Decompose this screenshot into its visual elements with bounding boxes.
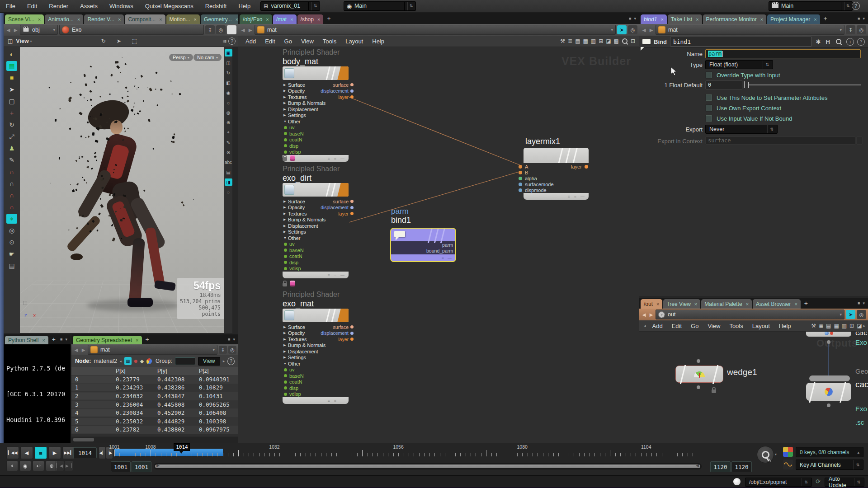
out-canvas[interactable]: Outputs cac Exo Geo cac Exo .sc wedge1 <box>639 331 868 443</box>
layermix-output-layer[interactable]: layer <box>571 164 588 169</box>
out-menu-edit[interactable]: Edit <box>667 323 686 329</box>
shader-section-row[interactable]: ▶Opacitydisplacement <box>283 330 349 337</box>
shader-section-row[interactable]: ▶Surfacesurface <box>283 324 349 330</box>
menu-redshift[interactable]: Redshift <box>199 0 233 12</box>
desktop-selector[interactable]: ⊞ varomix_01 <box>260 1 314 11</box>
pose-icon[interactable]: ♟ <box>6 143 17 153</box>
tab-render-view[interactable]: Render V...× <box>84 14 124 24</box>
playback-end-field[interactable]: 1120 <box>710 461 731 472</box>
view-shade-icon[interactable]: ◧ <box>225 79 232 86</box>
view-add-icon[interactable]: ⊕ <box>225 119 232 126</box>
hand-icon[interactable]: ☛ <box>6 249 17 259</box>
view-refresh-icon[interactable]: ↻ <box>225 69 232 76</box>
shader-section-row[interactable]: ▶Textureslayer <box>283 336 349 343</box>
spreadsheet-path[interactable]: mat ▾ <box>88 345 217 355</box>
tab-close-icon[interactable]: × <box>38 17 41 22</box>
houdini-engine-icon[interactable]: H <box>825 38 831 45</box>
bind-output-bound-parm[interactable]: bound_parm <box>391 248 455 253</box>
orbit-tool-icon[interactable]: ↻ <box>100 38 107 44</box>
wedge-label[interactable]: wedge1 <box>727 367 757 377</box>
shader-attr-row[interactable]: baseN <box>283 247 349 253</box>
menu-edit[interactable]: Edit <box>21 0 43 12</box>
net-menu-layout[interactable]: Layout <box>341 38 368 45</box>
pane-menu-icon[interactable]: ▾ <box>634 16 636 21</box>
group-input[interactable] <box>175 357 195 365</box>
layermix-input-alpha[interactable]: alpha <box>519 175 537 181</box>
float-slider-track[interactable] <box>748 84 861 85</box>
rotate-icon[interactable]: ↻ <box>6 120 17 130</box>
shader-section-row[interactable]: ▶Bump & Normals <box>283 100 349 107</box>
network-canvas[interactable]: VEX Builder Principled Shaderbody_mat ▶S… <box>238 47 639 443</box>
node-bind-body[interactable]: parm bound_parm =— <box>390 228 456 262</box>
spreadsheet-row[interactable]: 60.237820.4388020.0967975 <box>71 426 238 434</box>
magnet-point-icon[interactable]: ∩ <box>6 190 17 200</box>
new-tab-button[interactable]: + <box>324 15 333 22</box>
new-tab-button[interactable]: + <box>143 336 152 343</box>
pane-menu-icon[interactable]: ▾ <box>863 16 865 21</box>
sheet-help-icon[interactable]: ? <box>227 357 235 365</box>
pane-maximize-icon[interactable]: ■ <box>629 16 631 21</box>
input-value-label[interactable]: Use Input Value If Not Bound <box>717 115 792 122</box>
net-menu-add[interactable]: Add <box>241 38 260 45</box>
tab-close-icon[interactable]: × <box>118 17 121 22</box>
node-comment-icon[interactable] <box>642 39 651 44</box>
playback-start-field[interactable]: 1001 <box>132 461 151 472</box>
shader-attr-row[interactable]: uv <box>283 367 349 373</box>
menu-help[interactable]: Help <box>232 0 256 12</box>
node-name-label[interactable]: exo_dirt <box>283 174 311 183</box>
network-overview-icon[interactable]: ⊡ <box>629 38 637 44</box>
parameters-path[interactable]: mat ▾ <box>656 25 844 35</box>
undo-loop-icon[interactable]: ↩ <box>33 460 44 471</box>
scene-selector-right[interactable]: Main <box>769 1 846 11</box>
timeline-ruler[interactable]: 1001100810321056108011041014 <box>0 443 710 459</box>
radial-menu-button[interactable]: ◎ <box>216 25 226 34</box>
tab-close-icon[interactable]: × <box>814 17 816 22</box>
radial-menu-button[interactable]: ◎ <box>857 310 866 319</box>
override-type-checkbox[interactable] <box>705 71 712 79</box>
select-box-icon[interactable]: ▢ <box>6 96 17 106</box>
bind-node-footer[interactable]: =— <box>391 254 455 261</box>
tab-close-icon[interactable]: × <box>694 301 697 307</box>
view-help-icon[interactable]: ? <box>228 38 236 45</box>
tab-composite[interactable]: Composit...× <box>125 14 165 24</box>
magnet-grid-icon[interactable]: ∩ <box>6 167 17 177</box>
param-search-icon[interactable] <box>836 39 841 44</box>
nav-forward-icon[interactable]: ▶ <box>648 28 654 33</box>
current-frame-marker[interactable]: 1014 <box>174 443 190 451</box>
view-grid-icon[interactable]: ▤ <box>225 169 232 176</box>
net-menu-help[interactable]: Help <box>368 38 389 45</box>
key-menu-icon[interactable]: ▾ <box>775 452 777 456</box>
set-attrs-label[interactable]: Use This Node to Set Parameter Attribute… <box>717 94 827 101</box>
net-menu-go[interactable]: Go <box>280 38 297 45</box>
new-tab-button[interactable]: + <box>49 336 58 343</box>
tree-icon[interactable]: ≣ <box>817 323 825 329</box>
node-footer[interactable]: ≡=— <box>283 397 349 404</box>
wrench-icon[interactable]: ⚒ <box>810 323 817 329</box>
collapse-icon[interactable]: ◂ <box>642 324 648 328</box>
pane-menu-icon[interactable]: ▾ <box>863 301 865 305</box>
template-icon[interactable]: ■ <box>6 73 17 83</box>
follow-cursor-icon[interactable]: ⌖ <box>6 460 18 471</box>
gear-icon[interactable]: ✱ <box>815 38 822 45</box>
out-path[interactable]: out ▾ <box>656 310 844 319</box>
node-body[interactable] <box>283 309 349 322</box>
nav-forward-icon[interactable]: ▶ <box>80 347 86 352</box>
recook-icon[interactable]: ⟳ <box>816 478 821 485</box>
orient-icon[interactable]: ◎ <box>6 225 17 235</box>
window-icon[interactable]: ⊞ <box>597 38 604 44</box>
wireframe-icon[interactable]: ▦ <box>6 61 17 71</box>
shader-section-row[interactable]: ▶Opacitydisplacement <box>283 88 349 94</box>
disc-icon[interactable]: ⊙ <box>6 237 17 247</box>
shader-section-row[interactable]: ▼Other <box>283 118 349 125</box>
python-console[interactable]: Python 2.7.5 (de [GCC 6.3.1 20170 Houdin… <box>4 344 71 443</box>
float-slider-handle[interactable] <box>748 82 749 88</box>
paint-icon[interactable]: ✎ <box>6 155 17 165</box>
shader-attr-row[interactable]: coatN <box>283 137 349 143</box>
layout-options-icon[interactable]: ≋ <box>221 38 228 44</box>
pane-menu-icon[interactable]: ▾ <box>233 337 235 342</box>
col-px[interactable]: P[x] <box>116 368 157 374</box>
spreadsheet-row[interactable]: 40.2308340.4529020.106408 <box>71 408 238 417</box>
shader-section-row[interactable]: ▶Surfacesurface <box>283 82 349 88</box>
tab-material-palette[interactable]: Material Palette× <box>701 299 752 309</box>
new-tab-button[interactable]: + <box>802 300 811 307</box>
